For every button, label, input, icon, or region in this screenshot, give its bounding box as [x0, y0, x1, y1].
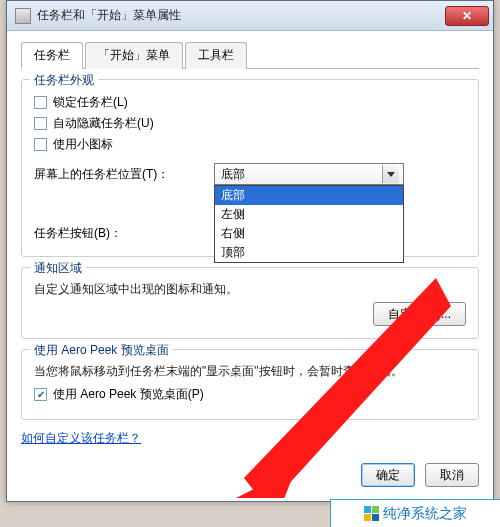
combo-position-value: 底部: [221, 166, 245, 183]
checkbox-smallicons[interactable]: [34, 138, 47, 151]
row-lock: 锁定任务栏(L): [34, 94, 466, 111]
label-position: 屏幕上的任务栏位置(T)：: [34, 166, 214, 183]
combo-position-box[interactable]: 底部: [214, 163, 404, 185]
option-top[interactable]: 顶部: [215, 243, 403, 262]
cancel-button[interactable]: 取消: [425, 463, 479, 487]
properties-dialog: 任务栏和「开始」菜单属性 ✕ 任务栏 「开始」菜单 工具栏 任务栏外观 锁定任务…: [6, 0, 494, 502]
group-appearance-title: 任务栏外观: [30, 72, 98, 89]
group-appearance: 任务栏外观 锁定任务栏(L) 自动隐藏任务栏(U) 使用小图标 屏幕上的任务栏位…: [21, 79, 479, 257]
watermark: 纯净系统之家: [330, 499, 500, 527]
label-aero-peek: 使用 Aero Peek 预览桌面(P): [53, 386, 204, 403]
group-notify: 通知区域 自定义通知区域中出现的图标和通知。 自定义(C)...: [21, 267, 479, 339]
checkbox-aero-peek[interactable]: [34, 388, 47, 401]
label-lock: 锁定任务栏(L): [53, 94, 128, 111]
checkbox-lock[interactable]: [34, 96, 47, 109]
titlebar[interactable]: 任务栏和「开始」菜单属性 ✕: [7, 1, 493, 31]
row-smallicons: 使用小图标: [34, 136, 466, 153]
tab-taskbar[interactable]: 任务栏: [21, 42, 83, 69]
label-smallicons: 使用小图标: [53, 136, 113, 153]
option-right[interactable]: 右侧: [215, 224, 403, 243]
row-aero-peek: 使用 Aero Peek 预览桌面(P): [34, 386, 466, 403]
label-autohide: 自动隐藏任务栏(U): [53, 115, 154, 132]
notify-desc: 自定义通知区域中出现的图标和通知。: [34, 280, 466, 298]
watermark-icon: [364, 506, 379, 521]
tab-toolbars[interactable]: 工具栏: [185, 42, 247, 69]
help-link[interactable]: 如何自定义该任务栏？: [21, 431, 141, 445]
row-position: 屏幕上的任务栏位置(T)： 底部 底部 左侧 右侧 顶部: [34, 163, 466, 185]
label-buttons: 任务栏按钮(B)：: [34, 225, 214, 242]
group-notify-title: 通知区域: [30, 260, 86, 277]
window-title: 任务栏和「开始」菜单属性: [37, 7, 181, 24]
aero-desc: 当您将鼠标移动到任务栏末端的"显示桌面"按钮时，会暂时查看桌面。: [34, 362, 466, 380]
dialog-footer: 确定 取消: [21, 457, 479, 487]
ok-button[interactable]: 确定: [361, 463, 415, 487]
watermark-text: 纯净系统之家: [383, 505, 467, 523]
group-aero: 使用 Aero Peek 预览桌面 当您将鼠标移动到任务栏末端的"显示桌面"按钮…: [21, 349, 479, 420]
customize-button[interactable]: 自定义(C)...: [373, 302, 466, 326]
help-link-row: 如何自定义该任务栏？: [21, 430, 479, 447]
combo-position[interactable]: 底部 底部 左侧 右侧 顶部: [214, 163, 404, 185]
tab-strip: 任务栏 「开始」菜单 工具栏: [21, 41, 479, 69]
option-left[interactable]: 左侧: [215, 205, 403, 224]
row-autohide: 自动隐藏任务栏(U): [34, 115, 466, 132]
combo-position-dropdown: 底部 左侧 右侧 顶部: [214, 185, 404, 263]
close-button[interactable]: ✕: [445, 6, 489, 26]
app-icon: [15, 8, 31, 24]
option-bottom[interactable]: 底部: [215, 186, 403, 205]
group-aero-title: 使用 Aero Peek 预览桌面: [30, 342, 173, 359]
checkbox-autohide[interactable]: [34, 117, 47, 130]
client-area: 任务栏 「开始」菜单 工具栏 任务栏外观 锁定任务栏(L) 自动隐藏任务栏(U)…: [7, 31, 493, 501]
tab-start-menu[interactable]: 「开始」菜单: [85, 42, 183, 69]
chevron-down-icon[interactable]: [382, 165, 399, 183]
